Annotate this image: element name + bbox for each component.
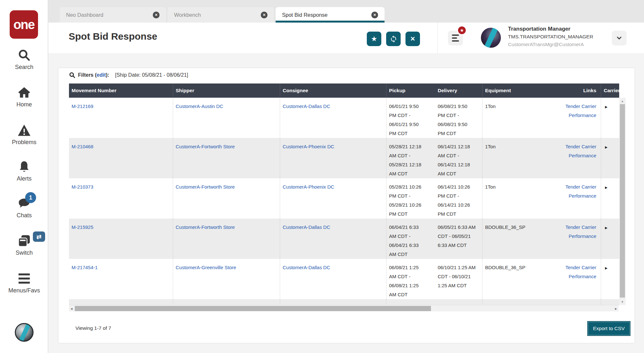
sidebar-item-home[interactable]: Home [0,86,48,108]
scroll-up-icon[interactable]: ▲ [619,98,626,103]
col-header-delivery[interactable]: Delivery [435,83,482,98]
sidebar-item-alerts[interactable]: Alerts [0,160,48,182]
col-header-consignee[interactable]: Consignee [280,83,386,98]
chats-count-badge: 1 [25,192,36,203]
links-cell: Tender Carrier Performance [557,138,601,178]
movement-number-link[interactable]: M-212169 [72,103,93,109]
sidebar-item-search[interactable]: Search [0,48,48,71]
consignee-link[interactable]: CustomerA-Dallas DC [283,224,330,230]
movement-number-link[interactable]: M-210468 [72,144,93,149]
tab-workbench[interactable]: Workbench ✕ [168,7,274,23]
movement-number-link[interactable]: M-215925 [72,224,93,230]
sidebar-item-chats[interactable]: 1 Chats [0,197,48,219]
tender-carrier-performance-link[interactable]: Tender Carrier Performance [565,144,596,158]
sidebar-avatar[interactable] [15,323,34,342]
tab-label: Workbench [174,12,256,18]
bell-icon [17,160,31,173]
sidebar-item-switch[interactable]: ⇄ Switch [0,234,48,256]
consignee-link[interactable]: CustomerA-Dallas DC [283,265,330,270]
one-logo[interactable]: one [10,10,38,39]
filters-edit-link[interactable]: edit [97,72,106,78]
close-page-button[interactable]: ✕ [405,32,420,46]
scroll-right-icon[interactable]: ► [613,305,619,312]
horizontal-scroll-thumb[interactable] [75,306,431,311]
vertical-scroll-thumb[interactable] [620,104,625,298]
tender-carrier-performance-link[interactable]: Tender Carrier Performance [565,184,596,199]
movement-number-link[interactable]: M-210373 [72,184,93,190]
consignee-link[interactable]: CustomerA-Dallas DC [283,103,330,109]
menu-button[interactable]: ★ [448,31,463,45]
consignee-link[interactable]: CustomerA-Phoenix DC [283,184,334,190]
tender-carrier-performance-link[interactable]: Tender Carrier Performance [565,103,596,118]
user-menu-chevron-button[interactable] [612,31,627,45]
row-expander-icon[interactable]: ▶ [605,264,608,273]
sidebar-item-problems[interactable]: Problems [0,123,48,146]
tab-close-icon[interactable]: ✕ [261,12,268,18]
sidebar-item-label: Alerts [17,175,32,182]
shipper-cell: CustomerA-Fortworth Store [173,138,280,178]
movement-number-cell: M-210457 [69,299,173,306]
tab-spot-bid-response[interactable]: Spot Bid Response ✕ [276,7,385,23]
col-header-pickup[interactable]: Pickup [386,83,435,98]
switch-pages-icon: ⇄ [17,234,31,248]
row-expander-icon[interactable]: ▶ [605,183,608,192]
user-email: CustomerATransMgr@CustomerA [508,41,593,48]
row-expander-icon[interactable]: ▶ [605,143,608,152]
user-avatar[interactable] [481,28,501,48]
row-expander-icon[interactable]: ▶ [605,103,608,112]
col-header-movement-number[interactable]: Movement Number [69,83,173,98]
movement-number-link[interactable]: M-217454-1 [72,265,98,270]
consignee-cell: CustomerA-Phoenix DC [280,178,386,219]
shipper-link[interactable]: CustomerA-Fortworth Store [176,184,235,190]
user-role: TMS.TRANSPORTATION_MANAGER [508,33,593,41]
vertical-scrollbar[interactable]: ▲ ▼ [619,98,626,305]
star-icon: ★ [371,35,377,43]
shipper-cell: CustomerA-Austin DC [173,98,280,138]
tab-close-icon[interactable]: ✕ [153,12,160,18]
scroll-down-icon[interactable]: ▼ [619,299,626,304]
shipper-link[interactable]: CustomerA-Fortworth Store [176,144,235,149]
consignee-cell: CustomerA-Dallas DC [280,219,386,259]
col-header-links[interactable]: Links [557,83,601,98]
links-cell: Tender Carrier Performance [557,178,601,219]
tender-carrier-performance-link[interactable]: Tender Carrier Performance [565,224,596,239]
sidebar-item-menus-favs[interactable]: Menus/Favs [0,272,48,294]
tab-neo-dashboard[interactable]: Neo Dashboard ✕ [60,7,166,23]
table-row: M-212169 CustomerA-Austin DC CustomerA-D… [69,98,619,138]
col-header-equipment[interactable]: Equipment [482,83,557,98]
col-header-carrier[interactable]: Carrier [601,83,619,98]
swap-arrows-icon[interactable]: ⇄ [33,231,45,242]
tab-close-icon[interactable]: ✕ [371,12,378,18]
scroll-left-icon[interactable]: ◄ [69,305,74,312]
home-icon [17,86,31,99]
tender-carrier-performance-link[interactable]: Tender Carrier Performance [565,265,596,279]
shipper-link[interactable]: CustomerA-Austin DC [176,103,223,109]
shipper-link[interactable]: CustomerA-Greenville Store [176,265,236,270]
refresh-icon [390,35,397,43]
header-divider [437,23,438,53]
delivery-cell: 06/06/21 12:30 AM CDT - 06/06/21 12:30 A… [435,299,482,306]
col-header-shipper[interactable]: Shipper [173,83,280,98]
equipment-cell: BDOUBLE_36_SP [482,219,557,259]
pickup-cell: 06/01/21 9:50 PM CDT - 06/01/21 9:50 PM … [386,98,435,138]
row-expander-icon[interactable]: ▶ [605,223,608,232]
consignee-cell: CustomerA-Dallas DC [280,98,386,138]
chevron-down-icon [616,34,623,42]
sidebar-item-label: Switch [15,250,33,256]
viewing-status: Viewing 1-7 of 7 [75,325,111,331]
refresh-button[interactable] [386,32,401,46]
spot-bid-table: Movement Number Shipper Consignee Pickup… [69,83,619,306]
equipment-cell: 1Ton [482,98,557,138]
consignee-link[interactable]: CustomerA-Phoenix DC [283,144,334,149]
pickup-cell: 06/04/21 6:33 AM CDT - 06/04/21 6:33 AM … [386,219,435,259]
search-icon [17,48,31,62]
filters-label: Filters (edit): [78,72,109,78]
links-cell: Tender Carrier Performance [557,98,601,138]
shipper-link[interactable]: CustomerA-Fortworth Store [176,224,235,230]
horizontal-scrollbar[interactable]: ◄ ► [69,305,619,311]
favorite-button[interactable]: ★ [367,32,381,46]
filters-value: [Ship Date: 05/08/21 - 08/06/21] [115,72,188,78]
chat-bubble-icon: 1 [17,197,31,210]
movement-number-cell: M-210468 [69,138,173,178]
export-to-csv-button[interactable]: Export to CSV [587,321,630,336]
